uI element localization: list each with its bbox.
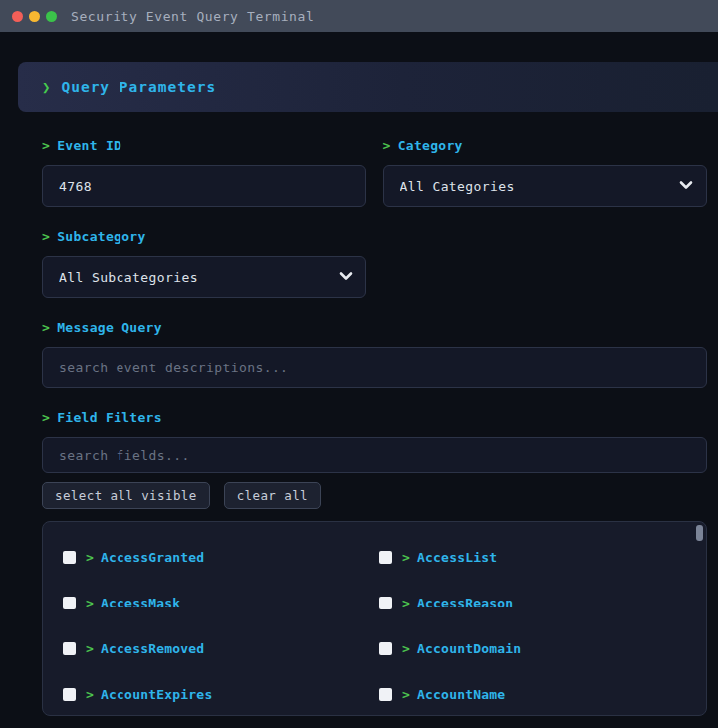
field-option-label: AccountDomain (417, 641, 521, 656)
field-option-label: AccessReason (417, 596, 513, 610)
field-filters-label: > Field Filters (42, 411, 707, 425)
event-id-label: > Event ID (42, 139, 366, 153)
field-checkbox-item[interactable]: > AccessGranted (63, 550, 379, 565)
angle-bracket-prompt-icon: > (42, 321, 50, 335)
category-field: > Category All Categories (383, 139, 708, 207)
category-label: > Category (383, 139, 708, 153)
angle-bracket-prompt-icon: > (86, 596, 94, 610)
field-checkbox[interactable] (379, 642, 392, 655)
maximize-button[interactable] (46, 11, 57, 22)
angle-bracket-prompt-icon: > (42, 411, 50, 425)
field-option-label: AccessList (417, 550, 497, 565)
minimize-button[interactable] (29, 11, 40, 22)
event-id-input[interactable] (42, 165, 366, 207)
angle-bracket-prompt-icon: > (86, 687, 94, 702)
field-checkbox[interactable] (379, 597, 392, 609)
field-checkbox-item[interactable]: > AccessReason (379, 596, 696, 610)
field-option-label: AccessMask (101, 596, 180, 610)
angle-bracket-prompt-icon: > (86, 641, 94, 656)
chevron-right-icon: ❯ (42, 79, 50, 95)
subcategory-select[interactable]: All Subcategories (42, 256, 366, 298)
angle-bracket-prompt-icon: > (86, 550, 94, 565)
message-query-field: > Message Query (42, 321, 707, 388)
field-checkbox[interactable] (63, 551, 76, 564)
angle-bracket-prompt-icon: > (402, 550, 410, 565)
clear-all-button[interactable]: clear all (224, 482, 321, 509)
field-checkbox[interactable] (379, 688, 392, 701)
field-checkbox-item[interactable]: > AccountDomain (379, 641, 696, 656)
select-all-visible-button[interactable]: select all visible (42, 482, 210, 509)
scrollbar-thumb[interactable] (696, 525, 703, 541)
titlebar: Security Event Query Terminal (0, 0, 718, 32)
query-parameters-header[interactable]: ❯ Query Parameters (18, 62, 718, 112)
field-checkbox-item[interactable]: > AccessMask (63, 596, 379, 610)
query-form: > Event ID > Category All Categories (18, 112, 718, 716)
field-filter-actions: select all visible clear all (42, 482, 707, 509)
field-checkbox[interactable] (63, 597, 76, 609)
angle-bracket-prompt-icon: > (383, 139, 391, 153)
field-checkbox[interactable] (63, 642, 76, 655)
subcategory-field: > Subcategory All Subcategories (42, 230, 366, 298)
category-select[interactable]: All Categories (383, 165, 708, 207)
field-checkbox-item[interactable]: > AccessList (379, 550, 696, 565)
section-title: Query Parameters (61, 79, 216, 95)
traffic-lights (12, 11, 57, 22)
message-query-label: > Message Query (42, 321, 707, 335)
event-id-field: > Event ID (42, 139, 366, 207)
subcategory-label: > Subcategory (42, 230, 366, 244)
angle-bracket-prompt-icon: > (42, 230, 50, 244)
field-checkbox-item[interactable]: > AccountExpires (63, 687, 379, 702)
close-button[interactable] (12, 11, 23, 22)
field-option-label: AccountName (417, 687, 505, 702)
field-checkbox[interactable] (63, 688, 76, 701)
field-checkbox-item[interactable]: > AccessRemoved (63, 641, 379, 656)
angle-bracket-prompt-icon: > (402, 641, 410, 656)
field-checkbox-item[interactable]: > AccountName (379, 687, 696, 702)
angle-bracket-prompt-icon: > (402, 596, 410, 610)
angle-bracket-prompt-icon: > (402, 687, 410, 702)
message-query-input[interactable] (42, 347, 707, 388)
field-option-label: AccessRemoved (101, 641, 204, 656)
angle-bracket-prompt-icon: > (42, 139, 50, 153)
window-title: Security Event Query Terminal (71, 9, 314, 24)
field-option-label: AccountExpires (101, 687, 212, 702)
field-checkbox[interactable] (379, 551, 392, 564)
field-checkbox-list[interactable]: > AccessGranted > AccessList > (42, 521, 707, 716)
field-option-label: AccessGranted (101, 550, 204, 565)
field-filter-search-input[interactable] (42, 437, 707, 473)
field-filters-section: > Field Filters select all visible clear… (42, 411, 707, 716)
